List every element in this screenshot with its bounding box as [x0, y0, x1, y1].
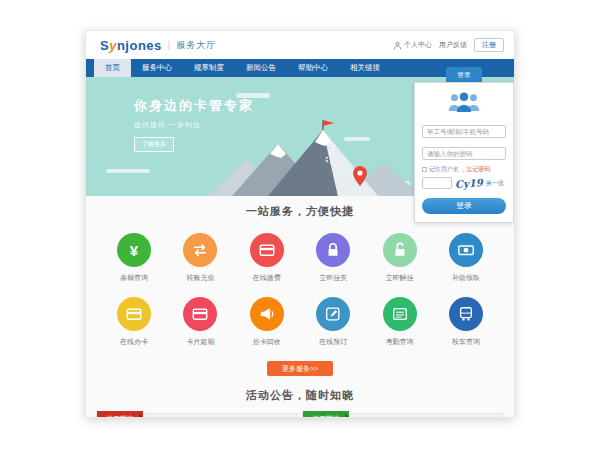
header-divider: | — [168, 40, 170, 50]
usage-guide-ribbon[interactable]: 使用指南 — [303, 411, 349, 418]
card-icon — [125, 305, 143, 323]
service-online-card-application[interactable]: 在线办卡 — [108, 297, 160, 347]
person-icon — [393, 41, 402, 50]
service-cancel-loss[interactable]: 立即解挂 — [374, 233, 426, 283]
service-report-loss[interactable]: 立即挂失 — [307, 233, 359, 283]
site-name: 服务大厅 — [176, 39, 216, 52]
lock-icon — [324, 241, 342, 259]
panel-header: 使用指南 更多>> — [303, 414, 503, 418]
logo[interactable]: Synjones — [100, 38, 162, 53]
bus-icon — [457, 305, 475, 323]
usage-guide-ribbon[interactable]: 使用指南 — [97, 411, 143, 418]
service-attendance-inquiry[interactable]: 考勤查询 — [374, 297, 426, 347]
service-online-booking[interactable]: 在线预订 — [307, 297, 359, 347]
header-right: 个人中心 用户反馈 注册 — [393, 38, 504, 52]
user-feedback-link[interactable]: 用户反馈 — [439, 40, 467, 50]
hero-copy: 你身边的卡管专家 提供捷径 一步到位 了解更多 — [134, 97, 254, 152]
user-feedback-label: 用户反馈 — [439, 40, 467, 50]
remember-separator: | — [462, 167, 464, 173]
hero-learn-more-button[interactable]: 了解更多 — [134, 137, 174, 152]
nav-item-help-center[interactable]: 帮助中心 — [287, 59, 339, 77]
nav-item-home[interactable]: 首页 — [94, 59, 131, 77]
service-subsidy-collection[interactable]: 补助领取 — [440, 233, 492, 283]
remember-checkbox[interactable] — [422, 167, 427, 172]
website-mockup: Synjones | 服务大厅 个人中心 用户反馈 注册 首页 服务中心 规章制… — [85, 30, 515, 418]
nav-item-news[interactable]: 新闻公告 — [235, 59, 287, 77]
hero-subtitle: 提供捷径 一步到位 — [134, 120, 254, 130]
unlock-icon — [391, 241, 409, 259]
service-found-card-return[interactable]: 拾卡回收 — [241, 297, 293, 347]
services-row-1: ¥ 余额查询 转账充值 在线缴费 立即挂失 — [86, 233, 514, 283]
login-submit-button[interactable]: 登录 — [422, 198, 506, 214]
login-panel: 登录 记住用户名 | 忘记密码 — [414, 67, 514, 223]
logo-accent: y — [109, 38, 117, 53]
remember-row: 记住用户名 | 忘记密码 — [422, 165, 506, 174]
more-link[interactable]: 更多>> — [478, 417, 497, 419]
site-header: Synjones | 服务大厅 个人中心 用户反馈 注册 — [86, 31, 514, 59]
nav-item-regulations[interactable]: 规章制度 — [183, 59, 235, 77]
nav-item-service-center[interactable]: 服务中心 — [131, 59, 183, 77]
announcements-section: 活动公告，随时知晓 使用指南 最新公告 更多>> 使用指南 更多>> — [86, 376, 514, 418]
captcha-row: Cy19 换一张 — [422, 177, 506, 189]
nav-item-links[interactable]: 相关链接 — [339, 59, 391, 77]
yuan-icon: ¥ — [130, 243, 138, 258]
username-input[interactable] — [422, 125, 506, 138]
remember-label: 记住用户名 — [429, 165, 459, 174]
service-card-extension[interactable]: 卡片延期 — [174, 297, 226, 347]
captcha-image: Cy19 — [455, 177, 483, 190]
services-section: 一站服务，方便快捷 ¥ 余额查询 转账充值 在线缴费 — [86, 196, 514, 376]
personal-center-label: 个人中心 — [404, 40, 432, 50]
service-school-bus-inquiry[interactable]: 校车查询 — [440, 297, 492, 347]
services-row-2: 在线办卡 卡片延期 拾卡回收 在线预订 — [86, 297, 514, 347]
announcements-title: 活动公告，随时知晓 — [86, 388, 514, 403]
service-online-payment[interactable]: 在线缴费 — [241, 233, 293, 283]
users-group-icon — [422, 90, 506, 117]
attendance-icon — [391, 305, 409, 323]
more-services-button[interactable]: 更多服务>> — [267, 361, 333, 376]
logo-rest: njones — [117, 38, 162, 53]
captcha-input[interactable] — [422, 177, 452, 189]
banknote-icon — [457, 241, 475, 259]
transfer-icon — [191, 241, 209, 259]
guide-panel-right: 使用指南 更多>> — [302, 413, 504, 418]
megaphone-icon — [258, 305, 276, 323]
service-balance-inquiry[interactable]: ¥ 余额查询 — [108, 233, 160, 283]
hero-title: 你身边的卡管专家 — [134, 97, 254, 115]
personal-center-link[interactable]: 个人中心 — [393, 40, 432, 50]
card-icon — [191, 305, 209, 323]
panel-header: 使用指南 最新公告 更多>> — [97, 414, 297, 418]
card-icon — [258, 241, 276, 259]
guide-panel-left: 使用指南 最新公告 更多>> — [96, 413, 298, 418]
announcement-panels: 使用指南 最新公告 更多>> 使用指南 更多>> — [86, 413, 514, 418]
password-input[interactable] — [422, 147, 506, 160]
cloud-shape — [106, 169, 150, 173]
edit-icon — [324, 305, 342, 323]
register-button[interactable]: 注册 — [474, 38, 504, 52]
service-transfer-recharge[interactable]: 转账充值 — [174, 233, 226, 283]
forgot-password-link[interactable]: 忘记密码 — [467, 165, 491, 174]
login-box: 记住用户名 | 忘记密码 Cy19 换一张 登录 — [414, 82, 514, 223]
logo-s: S — [100, 38, 109, 53]
latest-announcements-tab[interactable]: 最新公告 — [153, 416, 181, 418]
login-tab[interactable]: 登录 — [446, 67, 482, 82]
change-captcha-link[interactable]: 换一张 — [486, 179, 504, 188]
more-link[interactable]: 更多>> — [272, 417, 291, 419]
